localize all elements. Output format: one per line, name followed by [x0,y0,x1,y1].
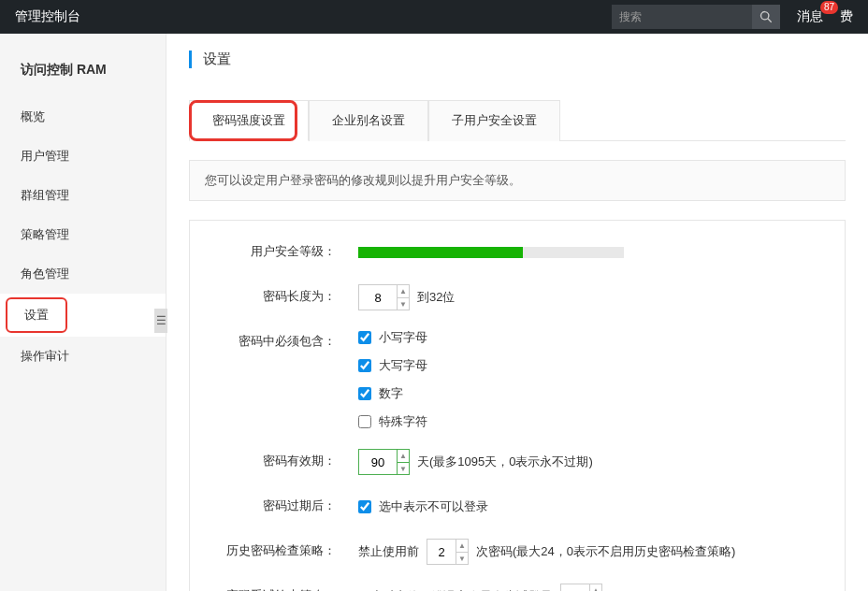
tabs: 密码强度设置 企业别名设置 子用户安全设置 [189,100,846,141]
check-special[interactable]: 特殊字符 [358,413,427,430]
password-length-spinner[interactable]: ▲▼ [398,284,410,310]
history-policy-spinner[interactable]: ▲▼ [456,539,469,565]
retry-policy-label: 密码重试约束策略： [190,584,358,591]
tab-password-strength[interactable]: 密码强度设置 [189,100,309,141]
sidebar-item-overview[interactable]: 概览 [0,97,166,137]
password-contains-label: 密码中必须包含： [190,329,358,350]
password-validity-spinner[interactable]: ▲▼ [398,449,410,475]
history-policy-input[interactable] [427,539,456,565]
page-title: 设置 [203,50,846,68]
retry-policy-spinner[interactable]: ▲▼ [590,584,602,591]
messages-badge: 87 [820,1,838,14]
check-number[interactable]: 数字 [358,385,427,402]
chevron-up-icon[interactable]: ▲ [398,285,409,298]
password-validity-input[interactable] [358,449,398,475]
password-validity-suffix: 天(最多1095天，0表示永不过期) [417,454,593,470]
main-content: 设置 密码强度设置 企业别名设置 子用户安全设置 您可以设定用户登录密码的修改规… [166,34,868,591]
messages-label: 消息 [797,8,823,23]
password-validity-label: 密码有效期： [190,449,358,469]
sidebar-item-audit[interactable]: 操作审计 [0,337,166,376]
info-message: 您可以设定用户登录密码的修改规则以提升用户安全等级。 [189,160,846,201]
history-policy-suffix: 次密码(最大24，0表示不启用历史密码检查策略) [476,543,735,560]
password-length-input[interactable] [358,284,398,310]
password-expired-text: 选中表示不可以登录 [379,498,488,515]
chevron-up-icon[interactable]: ▲ [590,584,601,591]
billing-link[interactable]: 费 [840,8,853,25]
security-level-fill [358,247,523,258]
chevron-down-icon[interactable]: ▼ [398,463,409,476]
check-lowercase[interactable]: 小写字母 [358,329,427,346]
check-lowercase-box[interactable] [358,331,371,344]
sidebar-collapse-icon[interactable]: ☰ [154,309,167,333]
sidebar-item-settings[interactable]: 设置 [0,294,166,337]
sidebar-item-users[interactable]: 用户管理 [0,137,166,176]
retry-policy-input[interactable] [560,584,590,591]
history-policy-label: 历史密码检查策略： [190,539,358,559]
history-policy-prefix: 禁止使用前 [358,543,419,560]
search-icon [760,10,773,23]
top-bar: 管理控制台 消息 87 费 [0,0,868,34]
search-button[interactable] [752,5,780,29]
page-title-wrap: 设置 [189,50,846,68]
sidebar-title: 访问控制 RAM [0,49,166,97]
check-special-label: 特殊字符 [379,413,427,430]
messages-link[interactable]: 消息 87 [797,8,823,25]
check-lowercase-label: 小写字母 [379,329,427,346]
password-expired-checkbox[interactable] [358,500,371,513]
check-special-box[interactable] [358,415,371,428]
check-uppercase-box[interactable] [358,359,371,372]
sidebar: 访问控制 RAM 概览 用户管理 群组管理 策略管理 角色管理 设置 操作审计 … [0,34,166,591]
search-box [612,5,780,29]
password-expired-label: 密码过期后： [190,494,358,514]
search-input[interactable] [612,5,752,29]
security-level-bar [358,247,624,258]
tab-subuser-security[interactable]: 子用户安全设置 [428,100,560,141]
chevron-up-icon[interactable]: ▲ [456,540,468,553]
password-length-suffix: 到32位 [417,289,455,306]
sidebar-settings-highlight: 设置 [6,297,67,333]
tab-enterprise-alias[interactable]: 企业别名设置 [309,100,428,141]
check-uppercase-label: 大写字母 [379,357,427,374]
password-length-label: 密码长度为： [190,284,358,305]
security-level-label: 用户安全等级： [190,239,358,260]
console-title: 管理控制台 [15,8,80,25]
sidebar-item-policies[interactable]: 策略管理 [0,215,166,254]
sidebar-item-roles[interactable]: 角色管理 [0,254,166,294]
sidebar-item-groups[interactable]: 群组管理 [0,176,166,215]
settings-form: 用户安全等级： 密码长度为： ▲▼ 到32位 密码中 [189,220,846,591]
chevron-down-icon[interactable]: ▼ [456,553,468,566]
check-number-label: 数字 [379,385,403,402]
chevron-down-icon[interactable]: ▼ [398,298,409,311]
check-number-box[interactable] [358,387,371,400]
check-uppercase[interactable]: 大写字母 [358,357,427,374]
chevron-up-icon[interactable]: ▲ [398,450,409,463]
